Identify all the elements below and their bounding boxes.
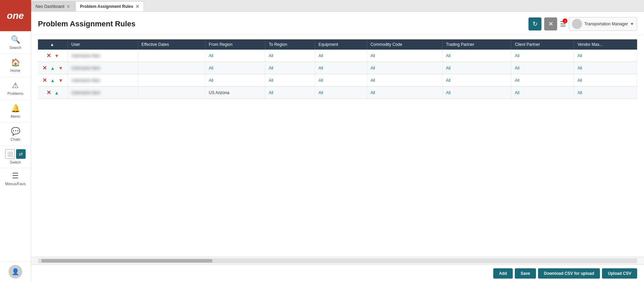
search-icon: 🔍 [11, 35, 20, 44]
cell-to-region: All [265, 87, 315, 99]
cell-equipment: All [315, 62, 367, 74]
tab-problem-assignment-rules[interactable]: Problem Assignment Rules ✕ [76, 1, 144, 11]
cell-client-partner: All [511, 50, 574, 62]
cell-client-partner: All [511, 74, 574, 87]
horizontal-scrollbar[interactable] [38, 258, 637, 263]
refresh-button[interactable]: ↻ [528, 17, 541, 30]
menu-badge: 1 [563, 18, 567, 23]
tab-label-problem-assignment-rules: Problem Assignment Rules [80, 4, 133, 9]
header-actions: ↻ ✕ ☰ 1 Transportation Manager ▼ [528, 17, 637, 31]
table-row: ✕▲▼Username HereAllAllAllAllAllAllAll [38, 74, 637, 87]
move-up-button[interactable]: ▲ [53, 90, 60, 96]
alerts-icon: 🔔 [11, 104, 20, 113]
sidebar-item-search[interactable]: 🔍 Search [0, 31, 31, 54]
sidebar-item-problems[interactable]: ⚠ Problems [0, 77, 31, 100]
move-up-button[interactable]: ▲ [49, 65, 56, 71]
chevron-down-icon: ▼ [630, 22, 634, 26]
save-button[interactable]: Save [515, 268, 536, 279]
cell-equipment: All [315, 87, 367, 99]
col-client-partner: Client Partner [511, 39, 574, 50]
delete-row-button[interactable]: ✕ [41, 64, 48, 72]
cell-vendor-master: All [574, 62, 637, 74]
sidebar-label-problems: Problems [8, 91, 23, 95]
table-row: ✕▲▼Username HereAllAllAllAllAllAllAll [38, 62, 637, 74]
footer-bar: Add Save Download CSV for upload Upload … [31, 265, 644, 282]
refresh-icon: ↻ [533, 20, 538, 28]
delete-row-button[interactable]: ✕ [45, 52, 52, 59]
tab-bar: Neo Dashboard ✕ Problem Assignment Rules… [31, 0, 644, 12]
cell-equipment: All [315, 50, 367, 62]
sidebar-item-switch[interactable]: ⬜ ⇄ Switch [0, 146, 31, 168]
user-cell: Username Here [68, 87, 138, 99]
upload-csv-button[interactable]: Upload CSV [602, 268, 637, 279]
cell-to-region: All [265, 62, 315, 74]
user-role-label: Transportation Manager [584, 22, 628, 26]
cell-client-partner: All [511, 87, 574, 99]
close-button[interactable]: ✕ [544, 17, 557, 30]
move-down-button[interactable]: ▼ [57, 77, 64, 84]
sidebar-label-search: Search [10, 46, 22, 50]
col-trading-partner: Trading Partner [442, 39, 511, 50]
row-actions: ✕▲▼ [41, 64, 64, 72]
cell-from-region: All [205, 62, 265, 74]
cell-vendor-master: All [574, 50, 637, 62]
sidebar-label-alerts: Alerts [11, 114, 20, 118]
cell-commodity-code: All [367, 62, 442, 74]
row-actions-cell: ✕▼ [38, 50, 68, 62]
tab-neo-dashboard[interactable]: Neo Dashboard ✕ [31, 1, 75, 11]
switch-icon-right: ⇄ [16, 149, 26, 159]
col-from-region: From Region [205, 39, 265, 50]
menu-button[interactable]: ☰ 1 [560, 20, 566, 28]
switch-icons: ⬜ ⇄ [5, 149, 26, 159]
col-commodity-code: Commodity Code [367, 39, 442, 50]
chats-icon: 💬 [11, 127, 20, 136]
tab-close-problem-assignment-rules[interactable]: ✕ [135, 4, 139, 9]
sidebar: one 🔍 Search 🏠 Home ⚠ Problems 🔔 Alerts … [0, 0, 31, 282]
move-down-button[interactable]: ▼ [53, 53, 60, 59]
table-header-row: ▲ User Effective Dates From Region To Re… [38, 39, 637, 50]
download-csv-button[interactable]: Download CSV for upload [538, 268, 600, 279]
delete-row-button[interactable]: ✕ [41, 77, 48, 84]
row-actions: ✕▼ [41, 52, 64, 59]
main-area: Neo Dashboard ✕ Problem Assignment Rules… [31, 0, 644, 282]
sidebar-label-menus: Menus/Favs [5, 182, 26, 186]
scrollbar-thumb[interactable] [41, 259, 212, 262]
row-actions: ✕▲▼ [41, 77, 64, 84]
table-container[interactable]: ▲ User Effective Dates From Region To Re… [31, 35, 644, 257]
cell-trading-partner: All [442, 50, 511, 62]
sidebar-item-home[interactable]: 🏠 Home [0, 54, 31, 77]
user-avatar[interactable]: 👤 [9, 265, 22, 279]
row-actions-cell: ✕▲ [38, 87, 68, 99]
sidebar-item-alerts[interactable]: 🔔 Alerts [0, 100, 31, 123]
cell-effective-dates [138, 50, 205, 62]
switch-icon-left: ⬜ [5, 149, 15, 159]
move-down-button[interactable]: ▼ [57, 65, 64, 71]
tab-close-neo-dashboard[interactable]: ✕ [66, 4, 70, 9]
cell-to-region: All [265, 74, 315, 87]
cell-commodity-code: All [367, 74, 442, 87]
content-area: Problem Assignment Rules ↻ ✕ ☰ 1 Transpo… [31, 12, 644, 282]
cell-from-region: All [205, 50, 265, 62]
cell-effective-dates [138, 87, 205, 99]
sidebar-item-menus[interactable]: ☰ Menus/Favs [0, 168, 31, 189]
row-actions: ✕▲ [41, 89, 64, 96]
close-icon: ✕ [548, 20, 553, 28]
cell-commodity-code: All [367, 87, 442, 99]
user-role-dropdown[interactable]: Transportation Manager ▼ [569, 17, 637, 31]
cell-commodity-code: All [367, 50, 442, 62]
col-effective-dates: Effective Dates [138, 39, 205, 50]
move-up-button[interactable]: ▲ [49, 77, 56, 84]
user-dropdown-avatar [572, 19, 582, 29]
sidebar-label-chats: Chats [11, 137, 21, 141]
cell-to-region: All [265, 50, 315, 62]
sidebar-label-home: Home [10, 68, 20, 73]
delete-row-button[interactable]: ✕ [45, 89, 52, 96]
app-logo[interactable]: one [0, 0, 31, 31]
sidebar-user-area: 👤 [0, 261, 31, 282]
add-button[interactable]: Add [493, 268, 513, 279]
cell-effective-dates [138, 62, 205, 74]
col-sort[interactable]: ▲ [38, 39, 68, 50]
page-title: Problem Assignment Rules [38, 20, 528, 28]
problems-icon: ⚠ [12, 81, 19, 90]
sidebar-item-chats[interactable]: 💬 Chats [0, 123, 31, 146]
